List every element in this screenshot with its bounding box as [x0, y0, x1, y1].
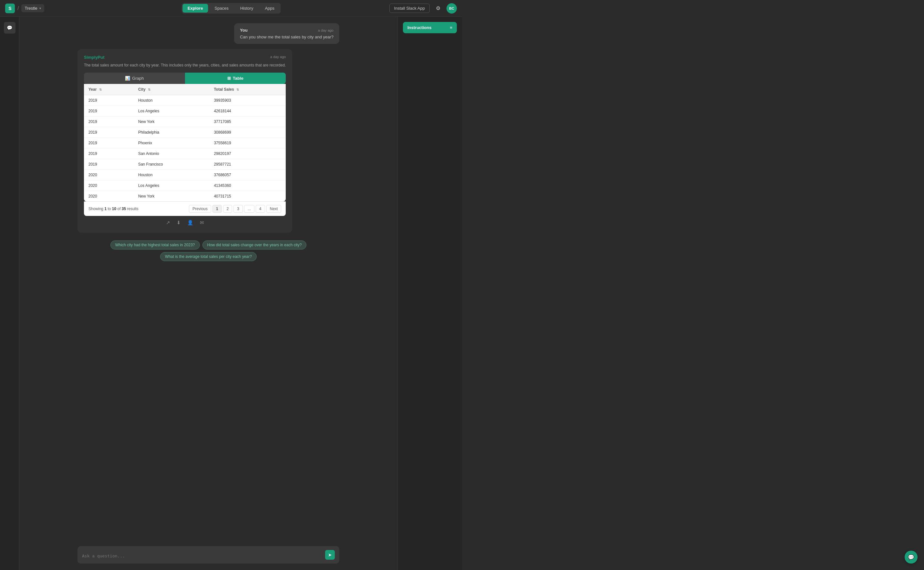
tab-explore[interactable]: Explore — [182, 4, 208, 12]
cell-city: Philadelphia — [134, 127, 210, 138]
bot-msg-time: a day ago — [270, 55, 286, 60]
cell-year: 2019 — [84, 95, 134, 106]
send-icon: ➤ — [328, 552, 332, 558]
page-1-button[interactable]: 1 — [213, 205, 222, 213]
page-3-button[interactable]: 3 — [233, 205, 243, 213]
logo-area: S / Trestle ▾ — [5, 3, 44, 13]
cell-year: 2019 — [84, 149, 134, 159]
sidebar-chat-icon[interactable]: 💬 — [4, 22, 15, 34]
suggestion-2[interactable]: What is the average total sales per city… — [160, 252, 257, 261]
user-msg-meta: You a day ago — [240, 28, 334, 32]
main-layout: 💬 You a day ago Can you show me the tota… — [0, 17, 462, 570]
pagination-buttons: Previous 1 2 3 ... 4 Next — [189, 205, 281, 213]
cell-city: New York — [134, 191, 210, 202]
showing-prefix: Showing — [89, 207, 104, 211]
cell-city: New York — [134, 116, 210, 127]
cell-total_sales: 29587721 — [209, 159, 286, 170]
workspace-button[interactable]: Trestle ▾ — [21, 4, 44, 12]
cell-total_sales: 30868699 — [209, 127, 286, 138]
download-button[interactable]: ⬇ — [176, 220, 181, 225]
page-results-label: results — [127, 207, 138, 211]
table-icon: ⊞ — [227, 76, 231, 81]
install-slack-button[interactable]: Install Slack App — [389, 3, 430, 13]
tab-graph[interactable]: 📊 Graph — [84, 73, 185, 84]
table-row: 2020New York40731715 — [84, 191, 286, 202]
cell-total_sales: 39935903 — [209, 95, 286, 106]
tab-spaces[interactable]: Spaces — [210, 4, 234, 12]
page-to-label: to — [107, 207, 112, 211]
page-of-label: of — [117, 207, 121, 211]
menu-icon: ≡ — [450, 25, 452, 30]
instructions-button[interactable]: Instructions ≡ — [403, 22, 457, 33]
table-row: 2019Houston39935903 — [84, 95, 286, 106]
col-total-sales[interactable]: Total Sales ⇅ — [209, 84, 286, 95]
cell-year: 2020 — [84, 191, 134, 202]
page-2-button[interactable]: 2 — [223, 205, 233, 213]
table-row: 2019Los Angeles42618144 — [84, 106, 286, 116]
sort-year-icon: ⇅ — [99, 88, 102, 91]
table-row: 2019New York37717085 — [84, 116, 286, 127]
page-info: Showing 1 to 10 of 35 results — [89, 207, 138, 211]
col-city[interactable]: City ⇅ — [134, 84, 210, 95]
cell-city: Houston — [134, 170, 210, 181]
settings-button[interactable]: ⚙ — [433, 3, 443, 14]
input-box: ➤ — [78, 546, 339, 564]
external-link-icon: ↗ — [166, 220, 170, 225]
slash-divider: / — [17, 6, 19, 11]
table-row: 2020Los Angeles41345360 — [84, 181, 286, 191]
bot-description: The total sales amount for each city by … — [84, 62, 286, 68]
send-button[interactable]: ➤ — [325, 550, 335, 560]
suggestion-0[interactable]: Which city had the highest total sales i… — [110, 241, 200, 250]
cell-year: 2019 — [84, 116, 134, 127]
cell-total_sales: 42618144 — [209, 106, 286, 116]
cell-city: Houston — [134, 95, 210, 106]
avatar-button[interactable]: BC — [446, 3, 457, 14]
share-button[interactable]: ✉ — [200, 220, 204, 225]
next-button[interactable]: Next — [267, 205, 282, 213]
chevron-down-icon: ▾ — [39, 6, 41, 10]
sidebar: 💬 — [0, 17, 19, 570]
workspace-label: Trestle — [25, 6, 37, 11]
cell-total_sales: 29820197 — [209, 149, 286, 159]
result-tabs: 📊 Graph ⊞ Table — [84, 73, 286, 84]
tab-table-label: Table — [233, 76, 244, 81]
suggestions-area: Which city had the highest total sales i… — [78, 238, 339, 264]
cell-city: Los Angeles — [134, 181, 210, 191]
user-button[interactable]: 👤 — [187, 220, 193, 225]
tab-table[interactable]: ⊞ Table — [185, 73, 286, 84]
chat-area: You a day ago Can you show me the total … — [19, 17, 397, 542]
action-icons: ↗ ⬇ 👤 ✉ — [84, 216, 286, 227]
cell-year: 2019 — [84, 106, 134, 116]
sort-city-icon: ⇅ — [148, 88, 150, 91]
prev-button[interactable]: Previous — [189, 205, 211, 213]
col-year[interactable]: Year ⇅ — [84, 84, 134, 95]
table-row: 2020Houston37686057 — [84, 170, 286, 181]
cell-year: 2019 — [84, 138, 134, 149]
bot-header: SimplyPut a day ago — [84, 55, 286, 60]
page-4-button[interactable]: 4 — [256, 205, 265, 213]
question-input[interactable] — [82, 553, 323, 560]
user-msg-time: a day ago — [318, 28, 334, 32]
table-row: 2019Phoenix37558619 — [84, 138, 286, 149]
cell-city: San Antonio — [134, 149, 210, 159]
cell-year: 2019 — [84, 127, 134, 138]
cell-year: 2019 — [84, 159, 134, 170]
tab-apps[interactable]: Apps — [260, 4, 280, 12]
external-link-button[interactable]: ↗ — [166, 220, 170, 225]
page-total: 35 — [122, 207, 126, 211]
cell-total_sales: 40731715 — [209, 191, 286, 202]
col-city-label: City — [138, 87, 146, 92]
tab-graph-label: Graph — [132, 76, 144, 81]
tab-history[interactable]: History — [235, 4, 258, 12]
topnav: S / Trestle ▾ Explore Spaces History App… — [0, 0, 462, 17]
suggestion-1[interactable]: How did total sales change over the year… — [202, 241, 307, 250]
cell-total_sales: 37717085 — [209, 116, 286, 127]
page-ellipsis: ... — [244, 205, 254, 213]
logo-icon: S — [5, 3, 15, 13]
user-message: You a day ago Can you show me the total … — [234, 23, 339, 44]
user-icon: 👤 — [187, 220, 193, 225]
download-icon: ⬇ — [176, 220, 181, 225]
cell-city: San Francisco — [134, 159, 210, 170]
cell-year: 2020 — [84, 170, 134, 181]
nav-tabs: Explore Spaces History Apps — [181, 3, 280, 14]
